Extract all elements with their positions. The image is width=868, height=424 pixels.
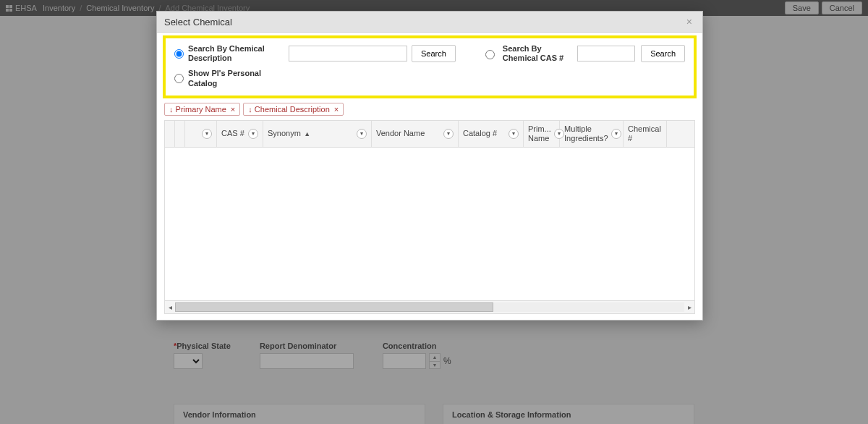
- sort-tag-label: ↓ Primary Name: [169, 105, 226, 114]
- grid-col-catalog[interactable]: Catalog # ▾: [459, 121, 524, 147]
- search-cas-input[interactable]: [577, 46, 635, 62]
- col-label: Synonym: [268, 129, 301, 137]
- sort-tag-chemical-description[interactable]: ↓ Chemical Description ×: [243, 103, 344, 116]
- sort-asc-icon: ▲: [302, 130, 310, 137]
- grid-header: ▾ CAS # ▾ Synonym ▲ ▾ Vendor Name ▾ Cata…: [165, 120, 694, 148]
- scroll-right-icon[interactable]: ▸: [684, 303, 694, 311]
- col-label: Chemical #: [628, 124, 662, 143]
- column-filter-icon[interactable]: ▾: [509, 129, 519, 139]
- close-icon[interactable]: ×: [684, 16, 695, 27]
- grid-col-expand: [175, 121, 185, 147]
- sort-tags: ↓ Primary Name × ↓ Chemical Description …: [164, 103, 695, 116]
- grid-body-empty: [165, 148, 694, 300]
- column-filter-icon[interactable]: ▾: [611, 129, 621, 139]
- search-description-input[interactable]: [289, 46, 407, 62]
- modal-titlebar: Select Chemical ×: [157, 12, 702, 33]
- col-label: Prim... Name: [528, 124, 551, 143]
- modal-title: Select Chemical: [164, 17, 232, 27]
- col-label: Catalog #: [463, 129, 506, 138]
- column-filter-icon[interactable]: ▾: [357, 129, 367, 139]
- column-filter-icon[interactable]: ▾: [202, 129, 212, 139]
- search-cas-button[interactable]: Search: [641, 45, 685, 62]
- sort-tag-primary-name[interactable]: ↓ Primary Name ×: [164, 103, 240, 116]
- remove-sort-icon[interactable]: ×: [231, 105, 235, 114]
- grid-col-chemical-number[interactable]: Chemical #: [624, 121, 667, 147]
- horizontal-scrollbar[interactable]: ◂ ▸: [165, 300, 694, 313]
- grid-col-select: [165, 121, 175, 147]
- grid-col-cas[interactable]: CAS # ▾: [217, 121, 263, 147]
- search-by-description-label: Search By Chemical Description: [188, 44, 284, 63]
- search-by-description-radio[interactable]: [174, 49, 184, 59]
- search-by-cas-label: Search By Chemical CAS #: [503, 44, 571, 63]
- select-chemical-modal: Select Chemical × Search By Chemical Des…: [156, 11, 703, 321]
- grid-col-synonym[interactable]: Synonym ▲ ▾: [263, 121, 372, 147]
- sort-tag-label: ↓ Chemical Description: [248, 105, 329, 114]
- search-by-cas-radio[interactable]: [485, 50, 495, 59]
- grid-col-primary-name[interactable]: Prim... Name ▾: [524, 121, 560, 147]
- scroll-thumb[interactable]: [175, 302, 493, 312]
- results-grid: ▾ CAS # ▾ Synonym ▲ ▾ Vendor Name ▾ Cata…: [164, 120, 695, 314]
- grid-col-blank[interactable]: ▾: [185, 121, 217, 147]
- remove-sort-icon[interactable]: ×: [334, 105, 339, 114]
- search-description-button[interactable]: Search: [412, 45, 456, 62]
- show-pi-catalog-radio[interactable]: [174, 74, 184, 83]
- column-filter-icon[interactable]: ▾: [248, 129, 258, 139]
- grid-col-multiple-ingredients[interactable]: Multiple Ingredients? ▾: [560, 121, 624, 147]
- show-pi-catalog-label: Show PI's Personal Catalog: [188, 69, 289, 88]
- grid-col-vendor[interactable]: Vendor Name ▾: [372, 121, 459, 147]
- col-label: Multiple Ingredients?: [564, 124, 608, 143]
- col-label: Vendor Name: [376, 129, 441, 138]
- scroll-left-icon[interactable]: ◂: [165, 303, 175, 311]
- col-label: CAS #: [221, 129, 245, 138]
- column-filter-icon[interactable]: ▾: [443, 129, 454, 139]
- search-panel: Search By Chemical Description Search Sh…: [163, 35, 697, 98]
